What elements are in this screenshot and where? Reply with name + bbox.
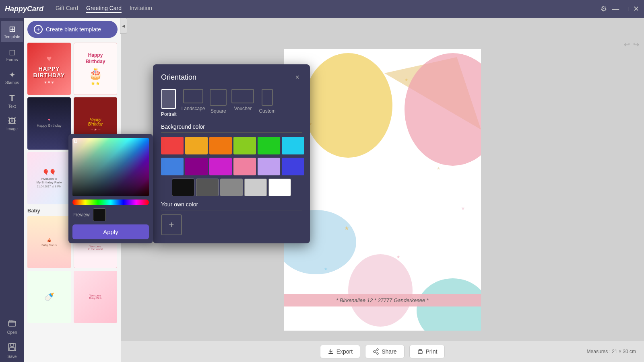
landscape-label: Landscape [182, 106, 205, 111]
picker-cursor [74, 140, 77, 143]
color-swatch-orange-yellow[interactable] [185, 137, 208, 154]
neutral-color-row [161, 179, 302, 196]
color-swatch-purple[interactable] [185, 158, 208, 175]
modal-header: Orientation × [161, 72, 302, 82]
portrait-box [161, 89, 176, 109]
color-swatch-green[interactable] [258, 137, 280, 154]
orient-voucher[interactable]: Voucher [231, 89, 254, 117]
color-gradient-area[interactable] [72, 138, 149, 196]
preview-label: Preview [72, 212, 90, 218]
color-swatch-light-gray[interactable] [244, 179, 267, 196]
color-picker-popup: Preview Apply [68, 134, 153, 243]
modal-overlay: Orientation × Portrait Landscape Square … [0, 0, 644, 362]
custom-label: Custom [259, 108, 275, 114]
color-swatch-white[interactable] [268, 179, 291, 196]
apply-color-button[interactable]: Apply [72, 224, 149, 239]
own-color-row: + Preview Apply [161, 214, 302, 235]
color-swatch-gray[interactable] [220, 179, 243, 196]
voucher-label: Voucher [234, 106, 252, 111]
orientation-modal: Orientation × Portrait Landscape Square … [153, 64, 310, 243]
orient-portrait[interactable]: Portrait [161, 89, 177, 117]
preview-swatch [93, 208, 106, 221]
color-grid-2 [161, 158, 302, 175]
color-swatch-yellow-green[interactable] [233, 137, 256, 154]
landscape-box [183, 89, 203, 103]
orient-square[interactable]: Square [210, 89, 227, 117]
custom-box [262, 89, 273, 106]
orient-landscape[interactable]: Landscape [182, 89, 205, 117]
square-box [210, 89, 227, 106]
portrait-label: Portrait [161, 111, 177, 117]
color-swatch-red[interactable] [161, 137, 184, 154]
color-swatch-blue[interactable] [161, 158, 184, 175]
color-swatch-dark-gray[interactable] [196, 179, 219, 196]
bg-color-title: Background color [161, 123, 302, 133]
preview-row: Preview [72, 208, 149, 221]
color-swatch-cyan[interactable] [282, 137, 304, 154]
color-swatch-black[interactable] [172, 179, 194, 196]
modal-close-button[interactable]: × [293, 72, 302, 82]
square-label: Square [211, 108, 226, 114]
own-color-title: Your own color [161, 201, 302, 210]
orient-custom[interactable]: Custom [259, 89, 275, 117]
color-grid-1 [161, 137, 302, 154]
color-swatch-pink[interactable] [233, 158, 256, 175]
modal-title: Orientation [161, 73, 196, 82]
color-swatch-lavender[interactable] [258, 158, 280, 175]
hue-slider[interactable] [72, 200, 149, 205]
color-swatch-orange[interactable] [209, 137, 232, 154]
color-swatch-indigo[interactable] [282, 158, 304, 175]
color-swatch-magenta[interactable] [209, 158, 232, 175]
orientation-options: Portrait Landscape Square Voucher Custom [161, 89, 302, 117]
add-custom-color-button[interactable]: + [161, 214, 182, 235]
voucher-box [231, 89, 254, 103]
